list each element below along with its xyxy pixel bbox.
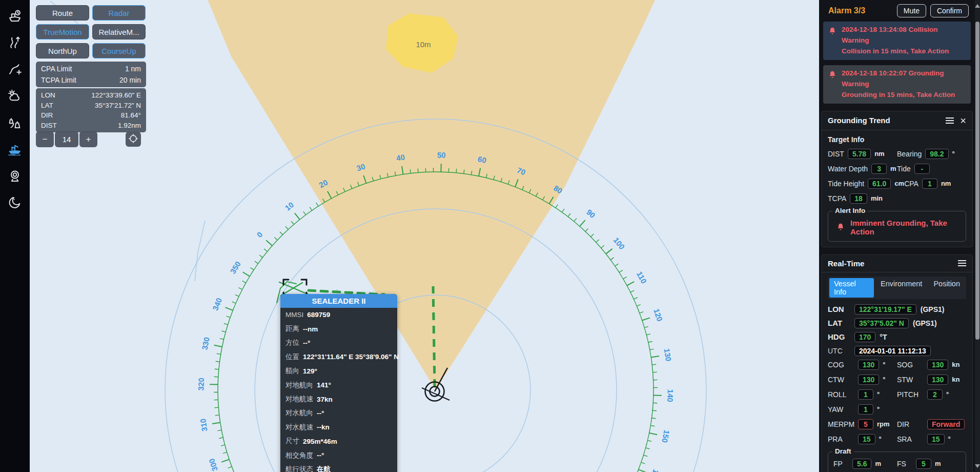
lat-value: 35°37'5.02" N (854, 318, 909, 328)
compass-degree-label: 340 (211, 297, 223, 312)
real-time-tabs: Vessel InfoEnvironmentPosition (828, 277, 966, 299)
target-popup-row: 艏向129° (280, 364, 397, 378)
zoom-in-button[interactable]: + (79, 131, 97, 147)
tab-environment[interactable]: Environment (876, 278, 927, 298)
real-time-title: Real-Time (828, 259, 952, 268)
popup-field-value: 122°31'11.64" E 35°38'9.06" N (303, 353, 399, 361)
tab-position[interactable]: Position (929, 278, 965, 298)
lon-value: 122°33'39.60" E (91, 90, 141, 101)
view-mode-row: NorthUpCourseUp (36, 43, 146, 58)
popup-field-value: --° (303, 339, 310, 347)
alarm-item[interactable]: 2024-12-18 13:24:08 Collision WarningCol… (823, 22, 971, 60)
ship-schedule-icon[interactable] (6, 7, 24, 25)
target-popup-row: 相交角度--° (280, 448, 397, 462)
popup-field-value: --nm (303, 325, 318, 333)
field-row: TCPA18min (828, 193, 966, 204)
bearing-unit: ° (952, 150, 955, 158)
tcpa-limit-value: 20 min (119, 74, 141, 86)
tcpa-limit-row: TCPA Limit20 min (41, 74, 141, 86)
zoom-out-button[interactable]: − (36, 131, 54, 147)
sra-field: SRA15° (897, 434, 966, 444)
track-history-icon[interactable] (6, 34, 24, 51)
right-panel: Alarm 3/3 Mute Confirm 2024-12-18 13:24:… (819, 0, 975, 472)
draft-legend: Draft (832, 447, 854, 455)
stw-unit: kn (952, 376, 959, 383)
sra-unit: ° (948, 435, 951, 443)
field-row: COG130°SOG130kn (828, 360, 966, 370)
merpm-field: MERPM5rpm (828, 419, 897, 429)
alarm-item[interactable]: 2024-12-18 10:22:07 Grounding WarningGro… (823, 65, 971, 104)
radar-button[interactable]: Radar (92, 5, 146, 21)
field-row: MERPM5rpmDIRForward (828, 419, 966, 429)
lon-label: LON (828, 305, 850, 313)
compass-degree-label: 0 (255, 230, 264, 239)
scrollbar-thumb[interactable] (975, 22, 979, 340)
lon-value: 122°31'19.17" E (854, 304, 916, 314)
grounding-close-icon[interactable]: × (960, 115, 966, 126)
dir-row: DIR81.64° (41, 110, 141, 121)
night-mode-icon[interactable] (6, 194, 24, 211)
tide-label: Tide (897, 165, 911, 173)
grounding-trend-title: Grounding Trend (828, 116, 940, 125)
tab-vessel-info[interactable]: Vessel Info (829, 278, 874, 298)
alert-info-box: Alert Info Imminent Grounding, Take Acti… (828, 211, 966, 242)
navigation-marks-icon[interactable] (6, 114, 24, 131)
dir-value: 81.64° (121, 110, 141, 121)
compass-degree-label: 10 (283, 200, 295, 212)
cpa-value: 1 (922, 179, 937, 189)
weather-icon[interactable] (6, 87, 24, 105)
zoom-control: − 14 + (36, 131, 146, 147)
truemotion-button[interactable]: TrueMotion (36, 24, 89, 40)
target-popup-row: 对地航向141° (280, 378, 397, 392)
dist-value: 1.92nm (118, 121, 141, 131)
target-popup-row: 对水航速--kn (280, 420, 397, 434)
merpm-unit: rpm (877, 420, 890, 428)
compass-degree-label: 120 (652, 307, 664, 322)
scroll-up-icon[interactable] (975, 4, 980, 8)
scroll-down-icon[interactable] (975, 464, 980, 468)
hdg-suffix: °T (880, 333, 887, 341)
cpa-limit-label: CPA Limit (41, 63, 72, 74)
target-popup-row: 对地航速37kn (280, 392, 397, 406)
target-popup-row: 方位--° (280, 336, 397, 350)
field-row: FP5.6mFS5m (833, 459, 961, 469)
real-time-menu-icon[interactable] (958, 259, 966, 267)
route-add-icon[interactable] (6, 61, 24, 78)
compass-degree-label: 100 (611, 235, 626, 251)
vessel-telemetry-fields: COG130°SOG130knCTW130°STW130knROLL1°PITC… (828, 360, 966, 444)
mute-button[interactable]: Mute (897, 4, 926, 17)
water-depth-value: 3 (871, 164, 887, 174)
center-ownship-button[interactable] (126, 132, 141, 147)
left-toolbar (0, 0, 30, 472)
pitch-value: 2 (927, 389, 943, 400)
confirm-button[interactable]: Confirm (930, 4, 969, 17)
stw-label: STW (897, 376, 924, 384)
northup-button[interactable]: NorthUp (36, 43, 89, 58)
target-popup-title: SEALEADER II (280, 294, 397, 308)
route-button[interactable]: Route (36, 5, 89, 21)
field-row: Water Depth3mTide- (828, 164, 966, 174)
popup-field-value: --° (317, 451, 324, 459)
camera-icon[interactable] (6, 167, 24, 185)
dist-field: DIST5.78nm (828, 149, 897, 159)
courseup-button[interactable]: CourseUp (92, 43, 146, 58)
yaw-unit: ° (877, 405, 880, 413)
relativem-button[interactable]: RelativeM... (92, 24, 146, 40)
tcpa-unit: min (871, 194, 883, 202)
merpm-label: MERPM (828, 420, 854, 428)
pitch-unit: ° (946, 390, 949, 398)
scrollbar[interactable] (975, 0, 980, 472)
vessel-primary-fields: LON122°31'19.17" E(GPS1)LAT35°37'5.02" N… (828, 304, 966, 356)
dist-value: 5.78 (848, 149, 871, 159)
grounding-menu-icon[interactable] (946, 116, 954, 125)
popup-field-label: 位置 (285, 352, 299, 362)
ship-monitor-icon[interactable] (6, 141, 24, 158)
compass-degree-label: 140 (666, 389, 675, 402)
compass-degree-label: 60 (477, 154, 487, 165)
target-popup-row: 对水航向--° (280, 406, 397, 420)
lat-label: LAT (41, 101, 53, 111)
popup-field-value: 在航 (317, 465, 331, 472)
target-popup-row: 航行状态在航 (280, 462, 397, 472)
field-row: Tide Height61.0cmCPA1nm (828, 179, 966, 189)
lat-label: LAT (828, 319, 850, 327)
